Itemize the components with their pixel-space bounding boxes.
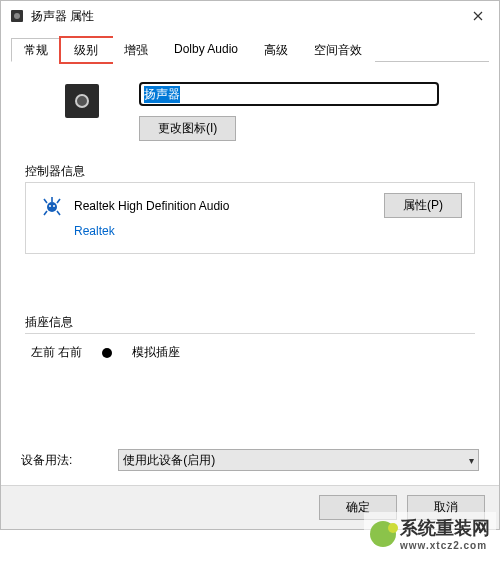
properties-dialog: 扬声器 属性 常规 级别 增强 Dolby Audio 高级 空间音效 更改图标…: [0, 0, 500, 530]
tab-strip: 常规 级别 增强 Dolby Audio 高级 空间音效: [1, 37, 499, 61]
tab-spatial[interactable]: 空间音效: [301, 38, 375, 62]
close-button[interactable]: [457, 1, 499, 31]
device-usage-label: 设备用法:: [21, 452, 72, 469]
tab-dolby[interactable]: Dolby Audio: [161, 38, 251, 62]
jack-position: 左前 右前: [31, 344, 82, 361]
device-usage-select[interactable]: 使用此设备(启用) ▾: [118, 449, 479, 471]
dialog-footer: 确定 取消: [1, 485, 499, 529]
tab-levels[interactable]: 级别: [61, 38, 111, 62]
realtek-icon: [40, 194, 64, 218]
device-icon: [65, 84, 99, 118]
controller-vendor-link[interactable]: Realtek: [74, 224, 462, 238]
controller-properties-button[interactable]: 属性(P): [384, 193, 462, 218]
tab-content-general: 更改图标(I) 控制器信息 Realtek High Definition Au…: [1, 62, 499, 371]
speaker-app-icon: [9, 8, 25, 24]
controller-name: Realtek High Definition Audio: [74, 199, 374, 213]
device-name-input[interactable]: [139, 82, 439, 106]
controller-group-label: 控制器信息: [25, 163, 475, 180]
cancel-button[interactable]: 取消: [407, 495, 485, 520]
change-icon-button[interactable]: 更改图标(I): [139, 116, 236, 141]
device-usage-row: 设备用法: 使用此设备(启用) ▾: [21, 449, 479, 471]
close-icon: [473, 11, 483, 21]
watermark-url: www.xtcz2.com: [400, 540, 490, 551]
svg-point-1: [14, 13, 20, 19]
svg-point-4: [53, 205, 55, 207]
controller-info-group: 控制器信息 Realtek High Definition Audio 属性(P…: [25, 163, 475, 254]
title-bar: 扬声器 属性: [1, 1, 499, 31]
device-header-row: 更改图标(I): [65, 82, 475, 141]
tab-advanced[interactable]: 高级: [251, 38, 301, 62]
chevron-down-icon: ▾: [469, 455, 474, 466]
tab-general[interactable]: 常规: [11, 38, 61, 62]
jack-group-label: 插座信息: [25, 314, 475, 331]
jack-type: 模拟插座: [132, 344, 180, 361]
device-usage-selected: 使用此设备(启用): [123, 452, 215, 469]
window-title: 扬声器 属性: [31, 8, 457, 25]
svg-point-3: [49, 205, 51, 207]
ok-button[interactable]: 确定: [319, 495, 397, 520]
tab-enhancements[interactable]: 增强: [111, 38, 161, 62]
jack-color-dot: [102, 348, 112, 358]
svg-point-2: [47, 202, 57, 212]
jack-info-group: 插座信息 左前 右前 模拟插座: [25, 314, 475, 361]
